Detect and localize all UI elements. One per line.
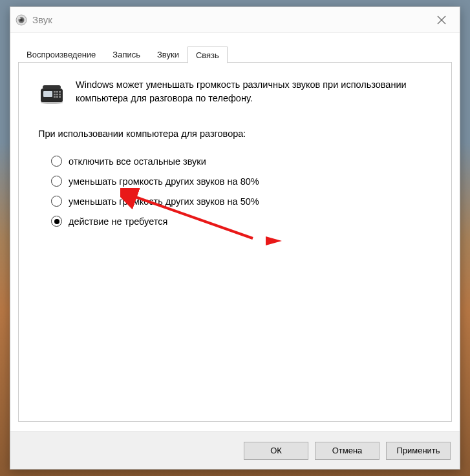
svg-rect-11 — [59, 91, 61, 93]
svg-rect-17 — [59, 96, 61, 98]
tab-content: Windows может уменьшать громкость различ… — [18, 63, 452, 422]
tab-bar: Воспроизведение Запись Звуки Связь — [10, 33, 460, 63]
description-text: Windows может уменьшать громкость различ… — [76, 78, 432, 105]
svg-rect-10 — [56, 91, 58, 93]
svg-rect-18 — [43, 85, 61, 89]
radio-icon — [51, 196, 62, 207]
question-label: При использовании компьютера для разгово… — [38, 129, 432, 139]
tab-sounds[interactable]: Звуки — [149, 46, 187, 63]
svg-rect-12 — [54, 94, 56, 96]
sound-dialog: Звук Воспроизведение Запись Звуки Связь — [10, 6, 460, 470]
radio-reduce-50[interactable]: уменьшать громкость других звуков на 50% — [51, 196, 432, 207]
svg-point-3 — [19, 17, 20, 19]
window-title: Звук — [32, 14, 429, 25]
radio-label: уменьшать громкость других звуков на 80% — [69, 176, 259, 187]
ok-button[interactable]: ОК — [244, 442, 308, 460]
radio-reduce-80[interactable]: уменьшать громкость других звуков на 80% — [51, 176, 432, 187]
svg-rect-9 — [54, 91, 56, 93]
radio-label: действие не требуется — [69, 216, 167, 227]
radio-icon — [51, 156, 62, 167]
close-button[interactable] — [429, 10, 454, 30]
radio-do-nothing[interactable]: действие не требуется — [51, 216, 432, 227]
svg-point-19 — [41, 101, 63, 104]
radio-icon — [51, 216, 62, 227]
tab-playback[interactable]: Воспроизведение — [18, 46, 104, 63]
tab-recording[interactable]: Запись — [104, 46, 149, 63]
annotation-arrow-2 — [262, 233, 288, 253]
cancel-button[interactable]: Отмена — [315, 442, 379, 460]
dialog-footer: ОК Отмена Применить — [10, 431, 460, 469]
svg-marker-22 — [266, 236, 282, 245]
radio-label: уменьшать громкость других звуков на 50% — [69, 196, 259, 207]
radio-icon — [51, 176, 62, 187]
svg-rect-16 — [56, 96, 58, 98]
speaker-icon — [16, 14, 27, 26]
radio-label: отключить все остальные звуки — [69, 156, 206, 167]
radio-group: отключить все остальные звуки уменьшать … — [38, 156, 432, 227]
phone-icon — [38, 78, 65, 105]
svg-rect-13 — [56, 94, 58, 96]
titlebar: Звук — [10, 7, 460, 33]
svg-point-2 — [20, 19, 23, 21]
apply-button[interactable]: Применить — [386, 442, 451, 460]
svg-rect-15 — [54, 96, 56, 98]
tab-communications[interactable]: Связь — [187, 47, 228, 63]
svg-rect-8 — [43, 91, 52, 97]
svg-rect-14 — [59, 94, 61, 96]
radio-mute-all[interactable]: отключить все остальные звуки — [51, 156, 432, 167]
